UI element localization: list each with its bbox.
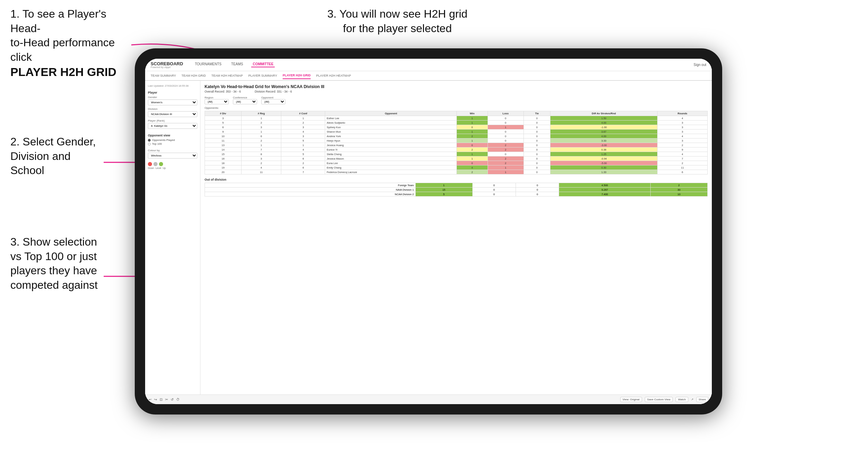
table-cell: 0 [523,116,550,121]
sidebar-gender-label: Gender [148,96,197,99]
table-cell: 7 [241,147,281,152]
table-cell: 13 [205,143,242,147]
out-div-cell: NAIA Division 1 [205,188,416,192]
th-tie: Tie [523,111,550,116]
table-row: 1125Heejo Hyun1003.333 [205,139,708,143]
table-cell: 2 [241,139,281,143]
subnav-team-h2h-heatmap[interactable]: TEAM H2H HEATMAP [211,73,243,79]
h2h-data-table: # Div # Reg # Conf Opponent Win Loss Tie… [205,111,708,174]
out-div-cell: 4.500 [559,183,650,188]
table-cell: 6 [281,156,325,161]
out-div-cell: 15 [415,188,472,192]
sidebar-gender-select[interactable]: Women's [148,99,197,105]
table-cell: 19 [205,165,242,170]
th-rounds: Rounds [657,111,707,116]
toolbar-share-icon[interactable]: ↗ [691,398,694,401]
colour-dot-up [159,162,163,166]
toolbar-share[interactable]: Share [696,397,708,402]
radio-opponents-played[interactable]: Opponents Played [148,139,197,142]
table-cell: 11 [205,139,242,143]
nav-tournaments[interactable]: TOURNAMENTS [194,62,223,67]
table-cell: 4 [241,165,281,170]
subnav-player-summary[interactable]: PLAYER SUMMARY [248,73,277,79]
table-cell: 11 [241,170,281,174]
sidebar-player-rank-label: Player (Rank) [148,119,197,122]
sidebar-player-label: Player [148,91,197,94]
table-cell: 20 [205,170,242,174]
filter-row: Region (All) Conference (All) [205,96,708,104]
table-cell: 2 [457,170,488,174]
toolbar-icon-4[interactable]: ↺ [171,398,173,401]
table-cell: 0 [488,152,523,156]
table-cell: 0 [488,134,523,139]
colour-dot-down [148,162,152,166]
undo-icon[interactable]: ↩ [149,398,151,401]
table-cell: 1 [457,130,488,134]
sidebar-timestamp: Last Updated: 27/03/2024 16:55:38 [148,84,197,87]
table-cell: 0 [523,156,550,161]
out-div-cell: Foreign Team [205,183,416,188]
nav-teams[interactable]: TEAMS [230,62,244,67]
table-cell: 0.38 [550,147,658,152]
table-cell: 0 [457,161,488,165]
table-cell: 0 [488,130,523,134]
table-cell: 2 [488,156,523,161]
table-cell: Esther Lee [325,116,457,121]
toolbar-icon-3[interactable]: ✂ [165,398,168,401]
toolbar-icon-5[interactable]: ⏱ [176,398,180,401]
opponent-select[interactable]: (All) [261,99,285,104]
table-row: 1063Andrea York2004.004 [205,134,708,139]
sidebar-division-select[interactable]: NCAA Division III [148,111,197,117]
toolbar-save-custom-view[interactable]: Save Custom View [645,397,673,402]
radio-top-100[interactable]: Top 100 [148,142,197,145]
nav-sign-out[interactable]: Sign out [694,63,706,67]
table-cell: 4 [457,165,488,170]
table-cell: Stella Cheng [325,152,457,156]
table-cell: 1 [488,165,523,170]
table-cell: 5 [281,152,325,156]
table-cell: -0.94 [550,156,658,161]
table-cell: -5.00 [550,161,658,165]
subnav-player-h2h-heatmap[interactable]: PLAYER H2H HEATMAP [316,73,351,79]
colour-by-select[interactable]: Win/loss [148,153,197,159]
table-cell: 0 [523,143,550,147]
toolbar-view-original[interactable]: View: Original [620,397,642,402]
table-row: 1636Jessica Mason120-0.947 [205,156,708,161]
subnav-team-summary[interactable]: TEAM SUMMARY [151,73,176,79]
table-cell: 6 [205,125,242,130]
subnav-team-h2h-grid[interactable]: TEAM H2H GRID [181,73,206,79]
table-cell: 1 [488,170,523,174]
table-cell: 4.00 [550,121,658,125]
toolbar-icon-2[interactable]: ⊡ [160,398,162,401]
table-cell: -1.00 [550,125,658,130]
table-cell: 2 [457,134,488,139]
sidebar-division-label: Division [148,107,197,111]
app-subnav: TEAM SUMMARY TEAM H2H GRID TEAM H2H HEAT… [145,71,712,81]
table-cell: 3.67 [550,130,658,134]
th-loss: Loss [488,111,523,116]
nav-committee[interactable]: COMMITTEE [251,62,275,67]
table-cell: 0 [488,139,523,143]
player-h2h-grid-label: PLAYER H2H GRID [10,64,121,79]
conference-select[interactable]: (All) [233,99,257,104]
table-cell: 3 [281,125,325,130]
sidebar-player-rank-select[interactable]: 8. Katelyn Vo [148,123,197,129]
out-div-cell: 0 [472,192,516,197]
redo-icon[interactable]: ↪ [154,398,157,401]
table-cell: 14 [205,147,242,152]
out-div-cell: 0 [472,183,516,188]
table-cell: Emily Chang [325,165,457,170]
out-div-cell: 9.267 [559,188,650,192]
table-cell: 1 [457,139,488,143]
table-cell: 4 [281,130,325,134]
subnav-player-h2h-grid[interactable]: PLAYER H2H GRID [283,72,311,79]
instruction-step1: 1. To see a Player's Head- to-Head perfo… [10,7,121,80]
out-of-division-section: Out of division Foreign Team1004.5002NAI… [205,178,708,197]
toolbar-watch[interactable]: Watch [676,397,688,402]
table-cell: 4 [657,116,707,121]
region-select[interactable]: (All) [205,99,229,104]
table-cell: 0 [488,116,523,121]
table-cell: 1.50 [550,116,658,121]
colour-by-label: Colour by [148,149,197,152]
colour-dots [148,162,197,166]
